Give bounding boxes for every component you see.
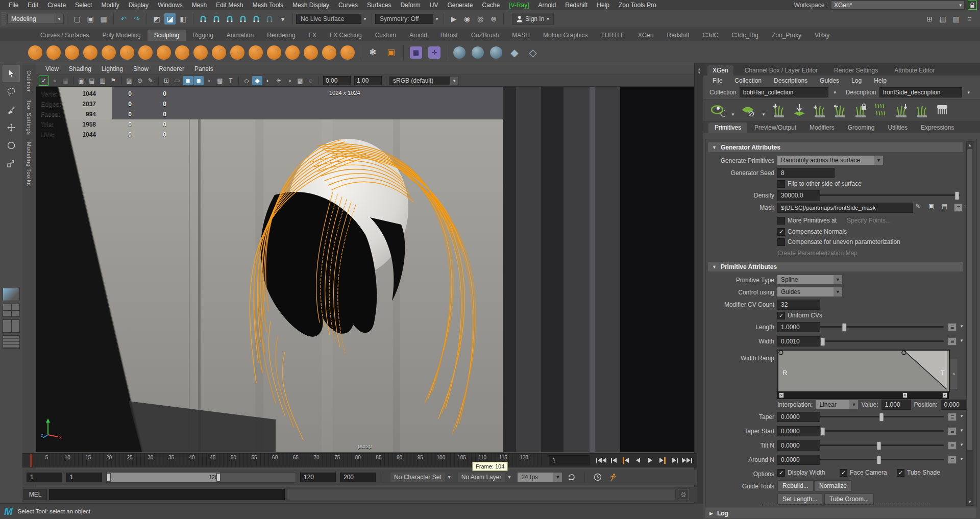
snap-point-icon[interactable]	[224, 13, 235, 24]
layout-four-pane-button[interactable]	[3, 304, 20, 317]
panel-menu-view[interactable]: View	[41, 65, 63, 72]
play-backwards-button[interactable]	[632, 455, 644, 466]
taper-start-field[interactable]: 0.0000	[777, 426, 820, 436]
ramp-expand-button[interactable]: >	[950, 359, 958, 389]
camera-lock-icon[interactable]: ▤	[87, 76, 97, 85]
chevron-down-icon[interactable]: ▼	[730, 102, 736, 119]
modifier-cv-count-field[interactable]: 32	[777, 300, 820, 310]
menu-create[interactable]: Create	[43, 2, 70, 9]
tab-outliner[interactable]: Outliner	[26, 70, 32, 92]
dock-tab-attribute-editor[interactable]: Attribute Editor	[889, 65, 940, 76]
toggle-tool-settings-icon[interactable]: ▤	[937, 13, 948, 24]
rebuild-button[interactable]: Rebuild...	[777, 480, 814, 491]
expression-editor-icon[interactable]: ☰	[948, 441, 957, 450]
gate-mask-icon[interactable]: ◙	[193, 76, 204, 85]
menu-edit-mesh[interactable]: Edit Mesh	[211, 2, 248, 9]
make-live-icon[interactable]	[264, 13, 275, 24]
menu-zoo-tools-pro[interactable]: Zoo Tools Pro	[614, 2, 661, 9]
width-field[interactable]: 0.0010	[777, 336, 820, 347]
amplify-tool-icon[interactable]: ◠	[321, 44, 338, 61]
xgen-import-guides-icon[interactable]	[893, 102, 910, 118]
snapshot-icon[interactable]: ●	[50, 76, 60, 85]
open-scene-icon[interactable]: ▣	[85, 13, 96, 24]
length-slider[interactable]	[819, 326, 944, 328]
expression-editor-icon[interactable]: ☰	[954, 204, 963, 212]
expression-editor-icon[interactable]: ☰	[948, 413, 957, 421]
diamond-node-icon[interactable]: ◆	[506, 44, 523, 61]
xgen-tab-modifiers[interactable]: Modifiers	[803, 122, 841, 133]
shelf-tab-mash[interactable]: MASH	[505, 30, 536, 41]
normalize-button[interactable]: Normalize	[814, 480, 852, 491]
time-slider[interactable]: 5101520253035404550556065707580859095100…	[22, 453, 697, 467]
gamma-field[interactable]: 1.00	[354, 76, 382, 85]
command-language-button[interactable]: MEL	[23, 489, 47, 500]
density-slider[interactable]	[819, 194, 960, 196]
menu-cache[interactable]: Cache	[477, 2, 504, 9]
move-tool-button[interactable]	[3, 119, 19, 136]
xgen-tab-primitives[interactable]: Primitives	[708, 122, 747, 133]
chevron-down-icon[interactable]: ▾	[958, 338, 965, 343]
repeat-tool-icon[interactable]: ◞	[174, 44, 191, 61]
scrape-tool-icon[interactable]: ◡	[229, 44, 246, 61]
spray-tool-icon[interactable]: ◝	[155, 44, 173, 61]
width-slider[interactable]	[819, 340, 944, 342]
symmetry-field[interactable]: Symmetry: Off	[375, 14, 433, 24]
anim-layer-dropdown[interactable]: No Anim Layer▼	[458, 473, 514, 482]
menu-windows[interactable]: Windows	[153, 2, 187, 9]
expression-editor-icon[interactable]: ☰	[948, 427, 957, 435]
anim-prefs-clock-icon[interactable]	[592, 472, 603, 483]
flatten-tool-icon[interactable]: ◡	[118, 44, 136, 61]
shelf-tab-sculpting[interactable]: Sculpting	[148, 30, 186, 41]
all-lights-icon[interactable]: ☀	[274, 76, 284, 85]
view-transform-dropdown[interactable]: sRGB (default) ▾	[389, 76, 459, 85]
vray-frame-buffer-icon[interactable]: ✓	[39, 76, 49, 86]
shelf-tab-zoo-proxy[interactable]: Zoo_Proxy	[765, 30, 808, 41]
select-tool-button[interactable]	[3, 65, 20, 82]
step-forward-frame-button[interactable]	[669, 455, 680, 466]
pan-zoom-icon[interactable]: ⊕	[135, 76, 145, 85]
xgen-menu-collection[interactable]: Collection	[734, 77, 762, 84]
menu-mesh-display[interactable]: Mesh Display	[288, 2, 334, 9]
tilt-n-slider[interactable]	[819, 444, 944, 446]
knife-tool-icon[interactable]: ◝	[265, 44, 283, 61]
diamond-link-icon[interactable]: ◇	[524, 44, 542, 61]
display-width-checkbox[interactable]: ✓	[777, 469, 785, 477]
shelf-tab-vray[interactable]: VRay	[808, 30, 836, 41]
sculpt-panel-icon[interactable]: ▣	[382, 44, 400, 61]
menu-generate[interactable]: Generate	[443, 2, 477, 9]
tab-tool-settings[interactable]: Tool Settings	[26, 100, 32, 135]
lasso-tool-button[interactable]	[3, 84, 19, 100]
animation-start-field[interactable]: 1	[27, 473, 62, 482]
render-settings-icon[interactable]: ⊛	[488, 13, 499, 24]
chevron-down-icon[interactable]: ▼	[761, 102, 767, 119]
expression-editor-icon[interactable]: ☰	[948, 337, 957, 345]
mash-network-icon[interactable]: ▦	[407, 44, 425, 61]
shadows-icon[interactable]: ◑	[284, 76, 295, 85]
panel-menu-show[interactable]: Show	[129, 65, 153, 72]
control-using-dropdown[interactable]: Guides▼	[777, 287, 842, 296]
viewport-canvas[interactable]: Verts:104400Edges:203700Faces:99400Tris:…	[36, 87, 694, 452]
workspace-dropdown[interactable]: XGen* ▾	[831, 1, 965, 10]
panel-menu-lighting[interactable]: Lighting	[97, 65, 128, 72]
rotate-tool-button[interactable]	[3, 137, 19, 154]
smear-tool-icon[interactable]: ◞	[284, 44, 301, 61]
go-to-start-button[interactable]	[596, 455, 607, 466]
chevron-down-icon[interactable]: ▾	[831, 90, 839, 95]
shelf-tab-gozbrush[interactable]: GoZBrush	[464, 30, 506, 41]
menu-v-ray[interactable]: [V-Ray]	[504, 2, 533, 9]
compensate-normals-checkbox[interactable]: ✓	[777, 228, 785, 236]
paint-select-tool-button[interactable]	[3, 102, 19, 118]
play-forwards-button[interactable]	[645, 455, 656, 466]
chevron-down-icon[interactable]: ▾	[958, 324, 965, 329]
layout-outliner-persp-button[interactable]	[3, 335, 20, 349]
sphere-primitive-icon[interactable]	[451, 44, 468, 61]
step-back-key-button[interactable]	[620, 455, 631, 466]
pinch-tool-icon[interactable]: ◠	[100, 44, 117, 61]
sculpt-tool-icon[interactable]: ◜	[27, 44, 44, 61]
camera-select-icon[interactable]: ▣	[76, 76, 86, 85]
width-ramp-widget[interactable]: R T	[777, 350, 950, 392]
snap-view-plane-icon[interactable]	[251, 13, 262, 24]
xgen-tab-expressions[interactable]: Expressions	[915, 122, 960, 133]
menu-file[interactable]: File	[4, 2, 23, 9]
frame-resize-grip[interactable]	[762, 504, 930, 504]
